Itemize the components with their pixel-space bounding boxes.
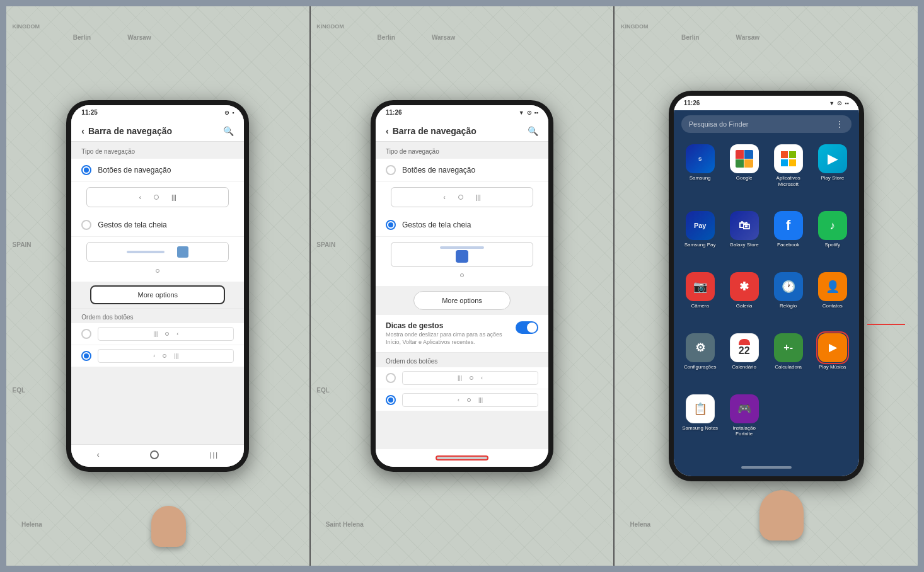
time-1: 11:25 xyxy=(81,109,98,116)
option-row-gestures[interactable]: Gestos de tela cheia xyxy=(71,214,244,237)
app-samsung[interactable]: S Samsung xyxy=(679,140,722,206)
app-clock[interactable]: 🕐 Relógio xyxy=(767,268,810,328)
playstore-label: Play Store xyxy=(821,175,844,181)
clock-label: Relógio xyxy=(780,303,797,309)
status-bar-1: 11:25 ⊙ ▪ xyxy=(71,105,244,120)
order-dot-2b xyxy=(467,398,471,402)
fb-f: f xyxy=(786,217,790,234)
app-google[interactable]: Google xyxy=(723,140,766,206)
status-icons-1: ⊙ ▪ xyxy=(224,110,234,116)
gesture-dot-2 xyxy=(391,268,533,280)
hand-panel-1 xyxy=(151,506,186,547)
microsoft-label: Aplicativos Microsoft xyxy=(768,175,809,187)
app-microsoft[interactable]: Aplicativos Microsoft xyxy=(767,140,810,206)
samsung-icon: S xyxy=(686,144,715,173)
map-label-warsaw2: Warsaw xyxy=(432,34,455,41)
toggle-hints[interactable] xyxy=(516,321,538,334)
app-calc[interactable]: +- Calculadora xyxy=(767,329,810,389)
order-back-2a: ‹ xyxy=(481,375,483,381)
red-line-3 xyxy=(867,324,905,325)
app-fortnite[interactable]: 🎮 Instalação Fortnite xyxy=(723,391,766,456)
cal-content: 22 xyxy=(739,334,750,362)
phone-screen-3: 11:26 ▼ ⊙ ▪▪ Pesquisa do Finder ⋮ xyxy=(674,96,859,476)
app-galaxystore[interactable]: 🛍 Galaxy Store xyxy=(723,207,766,267)
clock-emoji: 🕐 xyxy=(782,280,795,294)
finder-search-bar[interactable]: Pesquisa do Finder ⋮ xyxy=(681,115,852,133)
nav-preview-gesture-1 xyxy=(71,237,244,282)
nav-type-title-1: Tipo de navegação xyxy=(71,142,244,159)
finder-menu-icon[interactable]: ⋮ xyxy=(835,119,844,129)
order-radio-1b xyxy=(81,351,91,361)
order-back-2b: ‹ xyxy=(458,397,459,403)
finger-1 xyxy=(151,506,186,547)
nav-preview-buttons-2: ‹ ||| xyxy=(376,182,548,214)
app-contacts[interactable]: 👤 Contatos xyxy=(811,268,854,328)
playmusic-label: Play Música xyxy=(819,364,846,370)
spotify-symbol: ♪ xyxy=(829,219,835,232)
app-settings[interactable]: ⚙ Configurações xyxy=(679,329,722,389)
time-2: 11:26 xyxy=(386,109,402,116)
app-playmusic[interactable]: ▶ Play Música xyxy=(811,329,854,389)
order-title-1: Ordem dos botões xyxy=(71,308,244,323)
battery-icon-1: ▪ xyxy=(232,110,234,116)
center-dot-1 xyxy=(156,269,159,273)
galaxystore-label: Galaxy Store xyxy=(730,242,759,248)
map-label-spain2: SPAIN xyxy=(316,241,335,248)
ms-grid xyxy=(781,151,796,166)
contacts-label: Contatos xyxy=(823,303,843,309)
back-icon-1: ‹ xyxy=(81,126,84,136)
option-label-gestures: Gestos de tela cheia xyxy=(98,220,166,229)
panel-1: KINGDOM Berlin Warsaw SPAIN MA EQL Helen… xyxy=(6,6,309,566)
back-button-1[interactable]: ‹ Barra de navegação xyxy=(81,126,172,136)
option-row-nav-buttons[interactable]: Botões de navegação xyxy=(71,159,244,182)
hints-title: Dicas de gestos xyxy=(386,321,511,330)
app-facebook[interactable]: f Facebook xyxy=(767,207,810,267)
recent-sym-2: ||| xyxy=(476,194,481,201)
phone-frame-3: 11:26 ▼ ⊙ ▪▪ Pesquisa do Finder ⋮ xyxy=(669,91,864,481)
more-options-btn-1[interactable]: More options xyxy=(90,285,225,304)
back-button-2[interactable]: ‹ Barra de navegação xyxy=(386,126,476,136)
status-bar-3: 11:26 ▼ ⊙ ▪▪ xyxy=(674,96,859,110)
order-radio-2a xyxy=(386,373,396,383)
pay-label: Samsung Pay xyxy=(684,242,716,248)
order-row-2b: ‹ ||| xyxy=(376,389,548,411)
option-gestures-2[interactable]: Gestos de tela cheia xyxy=(376,214,548,237)
bottom-back-1: ‹ xyxy=(97,450,100,459)
calc-sym: +- xyxy=(783,342,793,353)
bottom-recent-1: ||| xyxy=(210,451,219,459)
gallery-label: Galeria xyxy=(736,303,753,309)
search-icon-2[interactable]: 🔍 xyxy=(528,126,538,136)
screenshots-container: KINGDOM Berlin Warsaw SPAIN MA EQL Helen… xyxy=(0,0,924,572)
app-spotify[interactable]: ♪ Spotify xyxy=(811,207,854,267)
gesture-bottom-3 xyxy=(674,459,859,476)
gesture-line-red-2 xyxy=(437,457,487,459)
search-icon-1[interactable]: 🔍 xyxy=(223,126,234,136)
option-nav-buttons-2[interactable]: Botões de navegação xyxy=(376,159,548,182)
order-preview-1b: ‹ ||| xyxy=(98,349,234,363)
app-gallery[interactable]: ✱ Galeria xyxy=(723,268,766,328)
app-camera[interactable]: 📷 Câmera xyxy=(679,268,722,328)
app-notes[interactable]: 📋 Samsung Notes xyxy=(679,391,722,456)
g-red xyxy=(736,150,744,159)
wifi-icon-2: ▼ xyxy=(519,110,524,116)
map-label-helena2: Saint Helena xyxy=(326,521,364,528)
settings-icon-2: ⊙ xyxy=(527,110,532,116)
notes-icon: 📋 xyxy=(686,394,715,423)
facebook-icon: f xyxy=(774,211,803,240)
contacts-icon: 👤 xyxy=(818,272,847,301)
order-dot-2a xyxy=(470,376,473,380)
cal-header xyxy=(739,339,750,345)
google-icon xyxy=(730,144,759,173)
settings-label: Configurações xyxy=(684,364,717,370)
app-calendar[interactable]: 22 Calendário xyxy=(723,329,766,389)
app-playstore[interactable]: ▶ Play Store xyxy=(811,140,854,206)
app-screen: Pesquisa do Finder ⋮ S Samsung xyxy=(674,110,859,459)
app-pay[interactable]: Pay Samsung Pay xyxy=(679,207,722,267)
more-options-btn-2[interactable]: More options xyxy=(413,291,511,310)
order-row-1b: ‹ ||| xyxy=(71,345,244,367)
settings-icon-1: ⊙ xyxy=(224,110,229,116)
pay-text: Pay xyxy=(694,222,707,229)
time-3: 11:26 xyxy=(684,100,700,106)
map-label-helena3: Helena xyxy=(630,521,650,528)
order-iii-2b: ||| xyxy=(478,397,483,403)
